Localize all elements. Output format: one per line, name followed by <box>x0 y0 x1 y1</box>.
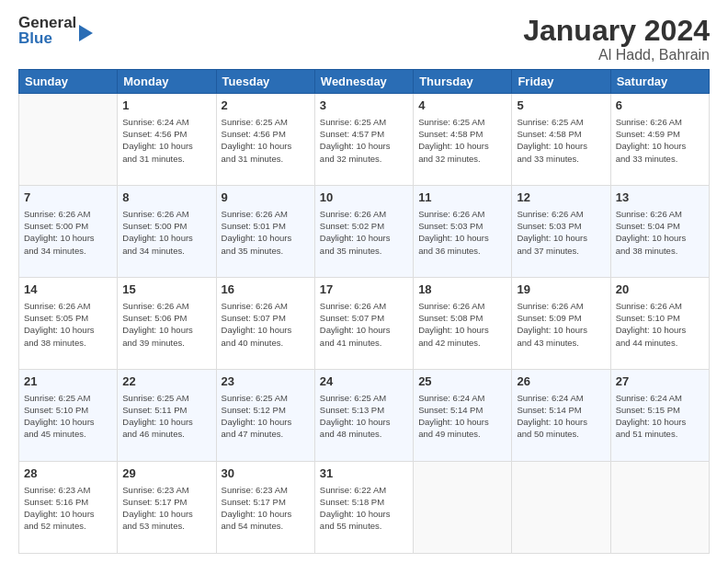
day-number: 26 <box>517 373 605 390</box>
day-number: 3 <box>320 98 408 114</box>
table-row: 7Sunrise: 6:26 AMSunset: 5:00 PMDaylight… <box>19 186 118 278</box>
day-number: 2 <box>222 98 310 114</box>
day-info: Sunrise: 6:26 AMSunset: 5:07 PMDaylight:… <box>320 300 408 349</box>
logo-arrow-icon <box>79 25 93 41</box>
table-row: 22Sunrise: 6:25 AMSunset: 5:11 PMDayligh… <box>118 370 216 462</box>
day-number: 20 <box>616 282 704 298</box>
day-number: 31 <box>320 465 408 482</box>
day-info: Sunrise: 6:26 AMSunset: 5:01 PMDaylight:… <box>222 208 310 257</box>
day-number: 1 <box>122 98 210 114</box>
day-info: Sunrise: 6:23 AMSunset: 5:17 PMDaylight:… <box>122 484 210 533</box>
day-number: 25 <box>418 373 506 390</box>
table-row: 11Sunrise: 6:26 AMSunset: 5:03 PMDayligh… <box>414 186 512 278</box>
day-number: 21 <box>24 373 112 390</box>
day-info: Sunrise: 6:26 AMSunset: 5:09 PMDaylight:… <box>517 300 605 349</box>
day-number: 8 <box>122 190 210 206</box>
calendar-title: January 2024 <box>523 15 710 47</box>
header-tuesday: Tuesday <box>216 70 314 94</box>
table-row: 9Sunrise: 6:26 AMSunset: 5:01 PMDaylight… <box>216 186 314 278</box>
table-row: 18Sunrise: 6:26 AMSunset: 5:08 PMDayligh… <box>414 278 512 370</box>
table-row: 14Sunrise: 6:26 AMSunset: 5:05 PMDayligh… <box>19 278 118 370</box>
day-info: Sunrise: 6:26 AMSunset: 5:00 PMDaylight:… <box>24 208 112 257</box>
day-info: Sunrise: 6:25 AMSunset: 4:58 PMDaylight:… <box>517 116 605 165</box>
table-row: 17Sunrise: 6:26 AMSunset: 5:07 PMDayligh… <box>314 278 413 370</box>
day-number: 28 <box>24 465 112 482</box>
day-info: Sunrise: 6:24 AMSunset: 5:15 PMDaylight:… <box>616 392 704 441</box>
day-info: Sunrise: 6:24 AMSunset: 5:14 PMDaylight:… <box>418 392 506 441</box>
table-row: 4Sunrise: 6:25 AMSunset: 4:58 PMDaylight… <box>414 94 512 186</box>
table-row: 13Sunrise: 6:26 AMSunset: 5:04 PMDayligh… <box>610 186 709 278</box>
table-row: 3Sunrise: 6:25 AMSunset: 4:57 PMDaylight… <box>314 94 413 186</box>
day-number: 14 <box>24 282 112 298</box>
day-info: Sunrise: 6:25 AMSunset: 5:10 PMDaylight:… <box>24 392 112 441</box>
table-row: 12Sunrise: 6:26 AMSunset: 5:03 PMDayligh… <box>512 186 610 278</box>
day-number: 7 <box>24 190 112 206</box>
day-info: Sunrise: 6:26 AMSunset: 4:59 PMDaylight:… <box>616 116 704 165</box>
day-number: 4 <box>418 98 506 114</box>
table-row: 31Sunrise: 6:22 AMSunset: 5:18 PMDayligh… <box>314 462 413 554</box>
day-number: 9 <box>222 190 310 206</box>
table-row: 5Sunrise: 6:25 AMSunset: 4:58 PMDaylight… <box>512 94 610 186</box>
day-number: 23 <box>222 373 310 390</box>
day-number: 19 <box>517 282 605 298</box>
day-info: Sunrise: 6:26 AMSunset: 5:06 PMDaylight:… <box>122 300 210 349</box>
calendar-table: Sunday Monday Tuesday Wednesday Thursday… <box>18 69 710 554</box>
day-info: Sunrise: 6:24 AMSunset: 4:56 PMDaylight:… <box>122 116 210 165</box>
table-row: 19Sunrise: 6:26 AMSunset: 5:09 PMDayligh… <box>512 278 610 370</box>
day-info: Sunrise: 6:23 AMSunset: 5:17 PMDaylight:… <box>222 484 310 533</box>
day-number: 27 <box>616 373 704 390</box>
table-row: 21Sunrise: 6:25 AMSunset: 5:10 PMDayligh… <box>19 370 118 462</box>
table-row <box>414 462 512 554</box>
day-info: Sunrise: 6:26 AMSunset: 5:03 PMDaylight:… <box>418 208 506 257</box>
table-row: 23Sunrise: 6:25 AMSunset: 5:12 PMDayligh… <box>216 370 314 462</box>
day-info: Sunrise: 6:26 AMSunset: 5:08 PMDaylight:… <box>418 300 506 349</box>
day-number: 17 <box>320 282 408 298</box>
table-row: 28Sunrise: 6:23 AMSunset: 5:16 PMDayligh… <box>19 462 118 554</box>
day-number: 30 <box>222 465 310 482</box>
header-friday: Friday <box>512 70 610 94</box>
header-thursday: Thursday <box>414 70 512 94</box>
table-row: 1Sunrise: 6:24 AMSunset: 4:56 PMDaylight… <box>118 94 216 186</box>
table-row <box>610 462 709 554</box>
table-row: 16Sunrise: 6:26 AMSunset: 5:07 PMDayligh… <box>216 278 314 370</box>
day-number: 10 <box>320 190 408 206</box>
day-info: Sunrise: 6:25 AMSunset: 4:56 PMDaylight:… <box>222 116 310 165</box>
table-row: 15Sunrise: 6:26 AMSunset: 5:06 PMDayligh… <box>118 278 216 370</box>
day-info: Sunrise: 6:22 AMSunset: 5:18 PMDaylight:… <box>320 484 408 533</box>
day-number: 11 <box>418 190 506 206</box>
logo-blue: Blue <box>18 30 76 46</box>
days-header-row: Sunday Monday Tuesday Wednesday Thursday… <box>19 70 710 94</box>
header-wednesday: Wednesday <box>314 70 413 94</box>
day-info: Sunrise: 6:25 AMSunset: 4:57 PMDaylight:… <box>320 116 408 165</box>
day-number: 24 <box>320 373 408 390</box>
calendar-subtitle: Al Hadd, Bahrain <box>523 47 710 63</box>
logo-general: General <box>18 15 76 30</box>
day-info: Sunrise: 6:23 AMSunset: 5:16 PMDaylight:… <box>24 484 112 533</box>
table-row: 2Sunrise: 6:25 AMSunset: 4:56 PMDaylight… <box>216 94 314 186</box>
table-row: 10Sunrise: 6:26 AMSunset: 5:02 PMDayligh… <box>314 186 413 278</box>
page: General Blue January 2024 Al Hadd, Bahra… <box>0 0 728 563</box>
day-info: Sunrise: 6:26 AMSunset: 5:10 PMDaylight:… <box>616 300 704 349</box>
table-row <box>19 94 118 186</box>
logo: General Blue <box>18 15 93 46</box>
day-info: Sunrise: 6:25 AMSunset: 5:13 PMDaylight:… <box>320 392 408 441</box>
day-number: 5 <box>517 98 605 114</box>
header-sunday: Sunday <box>19 70 118 94</box>
table-row: 26Sunrise: 6:24 AMSunset: 5:14 PMDayligh… <box>512 370 610 462</box>
header-monday: Monday <box>118 70 216 94</box>
title-block: January 2024 Al Hadd, Bahrain <box>523 15 710 63</box>
table-row: 25Sunrise: 6:24 AMSunset: 5:14 PMDayligh… <box>414 370 512 462</box>
day-number: 13 <box>616 190 704 206</box>
day-number: 6 <box>616 98 704 114</box>
day-number: 22 <box>122 373 210 390</box>
day-info: Sunrise: 6:24 AMSunset: 5:14 PMDaylight:… <box>517 392 605 441</box>
header-saturday: Saturday <box>610 70 709 94</box>
day-number: 16 <box>222 282 310 298</box>
logo-text: General Blue <box>18 15 76 46</box>
table-row: 6Sunrise: 6:26 AMSunset: 4:59 PMDaylight… <box>610 94 709 186</box>
day-info: Sunrise: 6:26 AMSunset: 5:07 PMDaylight:… <box>222 300 310 349</box>
day-number: 15 <box>122 282 210 298</box>
table-row: 20Sunrise: 6:26 AMSunset: 5:10 PMDayligh… <box>610 278 709 370</box>
table-row: 8Sunrise: 6:26 AMSunset: 5:00 PMDaylight… <box>118 186 216 278</box>
day-info: Sunrise: 6:26 AMSunset: 5:03 PMDaylight:… <box>517 208 605 257</box>
